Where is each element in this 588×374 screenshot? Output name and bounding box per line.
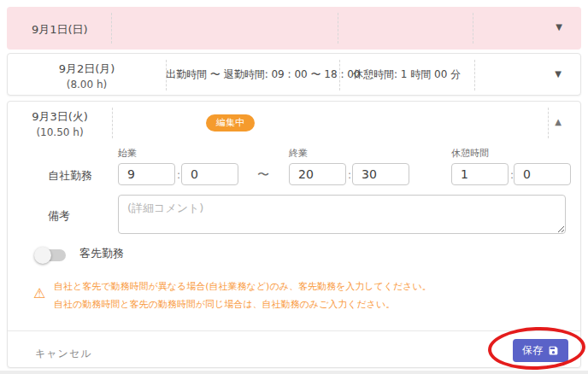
chevron-up-icon[interactable]: ▲ [555,117,562,126]
client-work-label: 客先勤務 [79,246,124,261]
colon-separator: : [177,169,180,181]
day-row-sep1[interactable]: 9月1日(日) ▼ [7,7,581,50]
day-row-sep2[interactable]: 9月2日(月) (8.00 h) 出勤時間 〜 退勤時間: 09 : 00 〜 … [7,53,581,96]
client-work-toggle[interactable] [37,249,66,261]
toggle-thumb [34,247,51,264]
column-divider [474,60,475,91]
break-hour-input[interactable] [451,163,509,185]
total-hours: (10.50 h) [8,126,112,140]
date-text: 9月1日(日) [32,23,88,36]
save-floppy-icon [548,345,559,356]
break-minute-input[interactable] [514,163,571,185]
column-divider [548,108,549,138]
day-label: 9月2日(月) (8.00 h) [8,61,166,92]
day-label: 9月3日(火) (10.50 h) [8,109,112,140]
column-divider [112,108,113,138]
day-row-sep3-expanded: 9月3日(火) (10.50 h) 編集中 ▲ 自社勤務 始業 : 〜 終業 :… [7,101,581,368]
warning-line-1: 自社と客先で勤務時間が異なる場合(自社業務など)のみ、客先勤務を入力してください… [54,280,432,293]
remarks-label: 備考 [48,208,70,224]
day-label: 9月1日(日) [32,21,88,37]
end-hour-input[interactable] [289,163,346,185]
break-time-label: 休憩時間 [451,147,489,160]
end-minute-input[interactable] [352,163,409,185]
colon-separator: : [348,169,351,181]
save-button[interactable]: 保存 [513,339,568,362]
chevron-down-icon[interactable]: ▼ [556,22,562,32]
warning-icon: ⚠ [33,285,45,301]
date-text: 9月2日(月) [8,61,166,76]
column-divider [111,13,112,44]
remarks-textarea[interactable] [118,195,566,234]
date-text: 9月3日(火) [8,109,112,124]
start-time-label: 始業 [118,147,137,160]
save-button-label: 保存 [522,343,543,358]
cancel-button[interactable]: キャンセル [35,347,91,361]
break-time-summary: 休憩時間: 1 時間 00 分 [339,54,474,95]
range-tilde: 〜 [257,167,269,183]
total-hours: (8.00 h) [8,78,166,92]
editing-status-badge: 編集中 [206,114,255,131]
timesheet-screen: 9月1日(日) ▼ 9月2日(月) (8.00 h) 出勤時間 〜 退勤時間: … [0,0,588,374]
end-time-label: 終業 [289,147,308,160]
column-divider [338,13,338,44]
work-time-summary: 出勤時間 〜 退勤時間: 09 : 00 〜 18 : 00 [166,54,339,95]
start-hour-input[interactable] [118,163,175,185]
start-minute-input[interactable] [181,163,238,185]
warning-line-2: 自社の勤務時間と客先の勤務時間が同じ場合は、自社勤務のみご入力ください。 [54,298,395,311]
column-divider [473,13,473,44]
company-work-label: 自社勤務 [48,168,92,184]
chevron-down-icon[interactable]: ▼ [555,69,562,79]
footer-divider [8,330,580,331]
next-row-edge [0,371,588,374]
